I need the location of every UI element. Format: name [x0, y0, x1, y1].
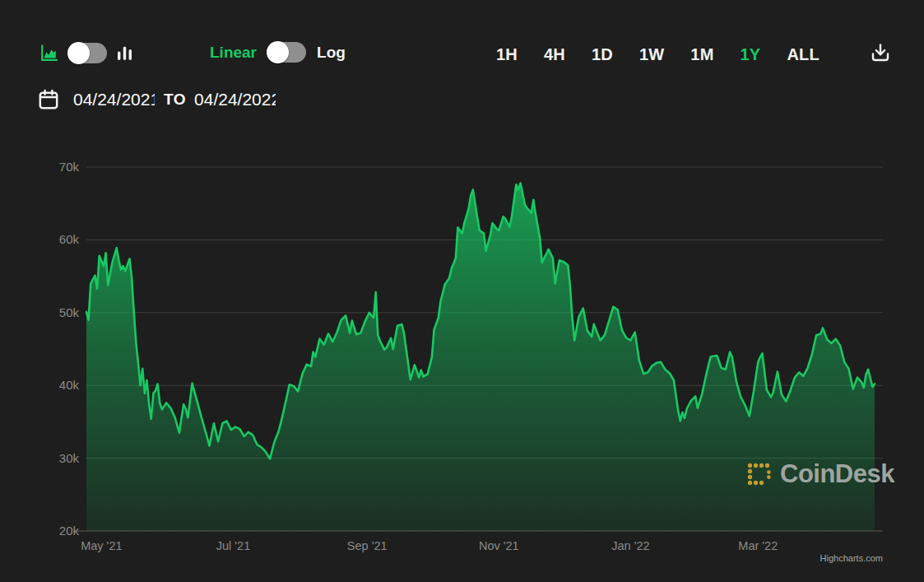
date-range-controls: 04/24/2021 TO 04/24/2022 [37, 88, 276, 111]
x-axis-label-jan22: Jan '22 [611, 539, 649, 552]
chart-type-toggle[interactable] [68, 43, 107, 63]
area-chart-icon[interactable] [39, 43, 59, 63]
download-icon[interactable] [869, 41, 892, 64]
y-axis-label-50k: 50k [59, 305, 80, 319]
calendar-icon[interactable] [37, 88, 60, 111]
date-from-field[interactable]: 04/24/2021 [73, 90, 155, 109]
range-selector: 1H4H1D1W1M1YALL [496, 44, 820, 64]
range-button-1w[interactable]: 1W [639, 44, 664, 64]
range-button-1m[interactable]: 1M [690, 44, 713, 64]
coindesk-logo-text: CoinDesk [780, 459, 894, 489]
log-scale-label[interactable]: Log [317, 42, 346, 63]
range-button-1y[interactable]: 1Y [741, 44, 761, 64]
linear-scale-label[interactable]: Linear [210, 42, 257, 63]
range-button-1h[interactable]: 1H [496, 44, 518, 64]
coindesk-watermark: CoinDesk [742, 459, 894, 490]
date-to-field[interactable]: 04/24/2022 [194, 90, 276, 109]
date-range-separator: TO [164, 91, 186, 109]
x-axis-label-nov21: Nov '21 [479, 539, 519, 552]
scale-toggle-knob [267, 41, 289, 63]
x-axis-label-may21: May '21 [81, 539, 122, 552]
chart-type-toggle-knob [67, 42, 90, 64]
chart-type-controls [39, 42, 133, 63]
scale-toggle[interactable] [267, 42, 306, 63]
range-button-1d[interactable]: 1D [592, 44, 613, 64]
y-axis-label-70k: 70k [59, 160, 80, 174]
x-axis-label-sep21: Sep '21 [347, 539, 388, 552]
bar-chart-icon[interactable] [116, 42, 133, 63]
range-button-4h[interactable]: 4H [544, 44, 565, 64]
y-axis-label-20k: 20k [59, 524, 80, 538]
y-axis-label-40k: 40k [59, 378, 80, 392]
range-button-all[interactable]: ALL [787, 44, 819, 64]
highcharts-credit[interactable]: Highcharts.com [820, 553, 883, 563]
x-axis-label-mar22: Mar '22 [738, 539, 778, 552]
scale-controls: Linear Log [210, 42, 346, 63]
x-axis-label-jul21: Jul '21 [216, 539, 250, 552]
y-axis-label-60k: 60k [59, 232, 80, 246]
y-axis-label-30k: 30k [59, 451, 80, 465]
coindesk-logo-icon [742, 459, 773, 490]
